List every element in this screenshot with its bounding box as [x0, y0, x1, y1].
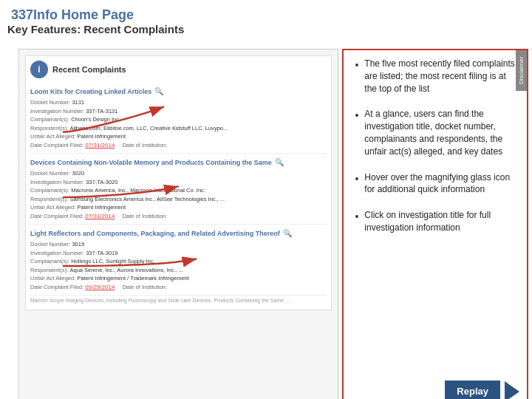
bullet-dot-1: • — [355, 58, 358, 73]
more-items-placeholder: Mariner Scope Imaging Devices, including… — [30, 296, 327, 305]
replay-label: Replay — [457, 386, 488, 397]
bullet-item-3: • Hover over the magnifying glass icon f… — [355, 171, 519, 197]
bullet-points-panel: Disclaimer • The five most recently file… — [342, 49, 528, 399]
bullet-dot-3: • — [355, 172, 358, 187]
complaint-item: Loom Kits for Creating Linked Articles 🔍… — [30, 83, 327, 154]
replay-button[interactable]: Replay — [445, 381, 500, 399]
bullet-text-2: At a glance, users can find the investig… — [364, 108, 519, 157]
bullet-text-1: The five most recently filed complaints … — [364, 58, 519, 95]
complaints-screenshot: i Recent Complaints Loom Kits for Creati… — [18, 49, 338, 399]
complaint-title-2[interactable]: Devices Containing Non-Volatile Memory a… — [30, 158, 272, 168]
complaint-item: Devices Containing Non-Volatile Memory a… — [30, 154, 327, 225]
bullet-text-3: Hover over the magnifying glass icon for… — [364, 171, 519, 197]
recent-complaints-panel: i Recent Complaints Loom Kits for Creati… — [25, 55, 332, 310]
complaint-title-3[interactable]: Light Reflectors and Components, Packagi… — [30, 229, 280, 239]
bullet-item-1: • The five most recently filed complaint… — [355, 58, 519, 95]
magnifier-icon-1[interactable]: 🔍 — [154, 86, 163, 97]
bullet-dot-4: • — [355, 210, 358, 225]
complaint-title-1[interactable]: Loom Kits for Creating Linked Articles — [30, 87, 151, 97]
replay-section: Replay — [445, 381, 519, 399]
bullet-item-2: • At a glance, users can find the invest… — [355, 108, 519, 157]
features-list: • The five most recently filed complaint… — [355, 58, 519, 234]
magnifier-icon-2[interactable]: 🔍 — [275, 157, 284, 168]
complaint-item: Light Reflectors and Components, Packagi… — [30, 225, 327, 296]
magnifier-icon-3[interactable]: 🔍 — [283, 228, 292, 239]
complaints-panel-title: Recent Complaints — [52, 65, 126, 74]
complaints-icon: i — [30, 61, 48, 78]
disclaimer-box: Disclaimer — [516, 50, 527, 91]
bullet-item-4: • Click on investigation title for full … — [355, 209, 519, 234]
bullet-text-4: Click on investigation title for full in… — [364, 209, 519, 234]
key-features-label: Key Features: Recent Complaints — [7, 23, 184, 35]
bullet-dot-2: • — [355, 109, 358, 123]
replay-play-icon — [505, 381, 519, 400]
